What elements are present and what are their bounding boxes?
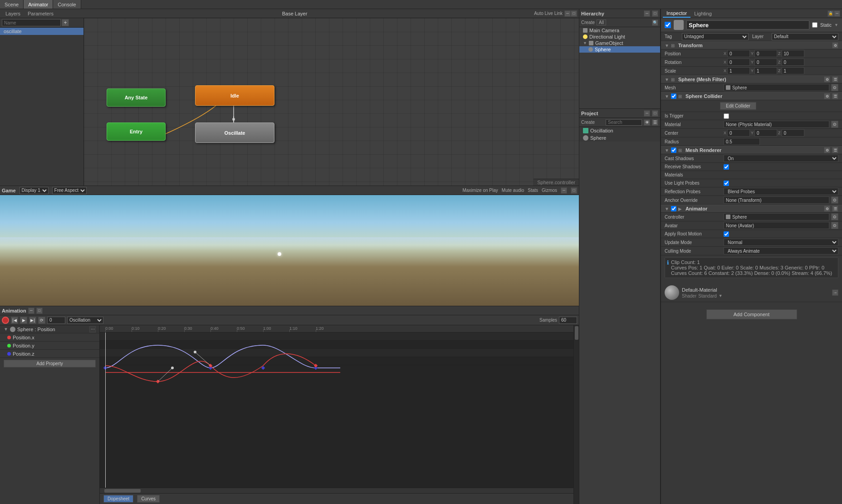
parameters-tab[interactable]: Parameters [24,10,57,17]
animation-tab-label[interactable]: Animation [2,308,26,313]
mute-audio-btn[interactable]: Mute audio [502,188,524,193]
center-z[interactable] [782,129,804,137]
collider-material-select[interactable]: ⊙ [831,121,838,128]
collider-menu[interactable]: ☰ [832,93,838,99]
game-viewport[interactable] [0,195,579,306]
animator-maximize[interactable]: □ [571,10,577,17]
oscillate-node[interactable]: Oscillate [195,122,274,143]
curves-canvas[interactable] [100,333,573,488]
animator-add-btn[interactable]: + [62,19,69,26]
object-name-input[interactable] [686,20,809,29]
play-btn[interactable]: ▶ [20,317,27,324]
layers-tab[interactable]: Layers [2,10,24,17]
animator-comp-settings[interactable]: ⚙ [824,206,830,212]
is-trigger-check[interactable] [724,113,729,119]
rot-x[interactable] [727,59,750,66]
lighting-tab[interactable]: Lighting [690,10,715,17]
rot-y[interactable] [754,59,777,66]
proj-cols-btn[interactable]: ☰ [652,119,658,126]
object-enabled-checkbox[interactable] [665,22,671,28]
samples-input[interactable] [559,317,577,324]
game-tab-label[interactable]: Game [2,188,16,193]
pos-z[interactable] [782,50,804,57]
loop-btn[interactable]: ⟳ [38,317,45,324]
animator-comp-menu[interactable]: ☰ [832,206,838,212]
insp-lock[interactable]: 🔒 [827,10,834,17]
transform-section-header[interactable]: ▼ ⊞ Transform ⚙ [661,41,842,49]
center-y[interactable] [754,129,777,137]
hier-main-camera[interactable]: Main Camera [579,27,660,34]
static-checkbox[interactable] [812,22,818,28]
controller-select-btn[interactable]: ⊙ [831,213,838,220]
stats-btn[interactable]: Stats [528,188,538,193]
insp-minimize[interactable]: ─ [834,10,840,17]
hier-sphere[interactable]: Sphere [579,46,660,53]
avatar-field[interactable]: None (Avatar) [724,222,829,229]
proj-sphere[interactable]: Sphere [579,134,660,142]
anchor-select-btn[interactable]: ⊙ [831,196,838,204]
animator-search-input[interactable] [2,19,61,26]
animator-section-header[interactable]: ▼ ▶ Animator ⚙ ☰ [661,205,842,213]
update-mode-select[interactable]: Normal [724,239,838,246]
animator-minimize[interactable]: ─ [564,10,571,17]
renderer-settings[interactable]: ⚙ [824,147,830,153]
track-group-header[interactable]: ▼ Sphere : Position ⋯ [0,325,99,333]
console-tab[interactable]: Console [53,0,81,9]
hier-dir-light[interactable]: Directional Light [579,34,660,40]
go-end-btn[interactable]: ▶| [29,317,36,324]
anchor-override-field[interactable]: None (Transform) [724,196,829,204]
go-start-btn[interactable]: |◀ [11,317,18,324]
proj-minimize[interactable]: ─ [644,110,650,117]
hier-all-btn[interactable]: All [597,20,606,25]
proj-eye-btn[interactable]: 👁 [644,119,650,126]
time-field[interactable] [47,317,65,324]
scale-x[interactable] [727,67,750,74]
collider-settings[interactable]: ⚙ [824,93,830,99]
display-select[interactable]: Display 1 [20,187,49,194]
sphere-collider-header[interactable]: ▼ ⊞ Sphere Collider ⚙ ☰ [661,92,842,100]
timeline-scroll-v[interactable] [573,325,579,504]
any-state-node[interactable]: Any State [107,88,166,107]
edit-collider-btn[interactable]: Edit Collider [720,102,756,110]
entry-node[interactable]: Entry [107,122,166,141]
hier-maximize[interactable]: □ [652,10,658,17]
hier-search-btn[interactable]: 🔍 [652,20,658,26]
add-component-btn[interactable]: Add Component [706,309,797,319]
animator-graph[interactable]: Any State Entry Idle Oscillate [84,18,579,186]
collider-enabled[interactable] [671,93,676,99]
material-link-btn[interactable]: → [832,289,838,296]
mesh-filter-menu[interactable]: ☰ [832,76,838,83]
anim-minimize[interactable]: ─ [28,308,34,314]
proj-create-btn[interactable]: Create [581,120,595,125]
hier-gameobject[interactable]: ▼ GameObject [579,40,660,46]
cast-shadows-select[interactable]: On [724,155,838,162]
layer-select[interactable]: Default [772,33,838,40]
game-minimize[interactable]: ─ [561,187,567,194]
track-pos-z[interactable]: Position.z [0,350,99,358]
aspect-select[interactable]: Free Aspect [52,187,87,194]
clip-select[interactable]: Oscillation [67,317,103,324]
center-x[interactable] [727,129,750,137]
culling-mode-select[interactable]: Always Animate [724,247,838,254]
gizmos-btn[interactable]: Gizmos [542,188,557,193]
mesh-select-btn[interactable]: ⊙ [831,84,838,91]
shader-dropdown[interactable]: ▼ [719,294,723,298]
track-options-btn[interactable]: ⋯ [89,326,96,333]
auto-live-link-btn[interactable]: Auto Live Link [532,11,564,16]
receive-shadows-check[interactable] [724,164,729,170]
light-probes-check[interactable] [724,181,729,186]
record-button[interactable] [2,317,9,324]
proj-maximize[interactable]: □ [652,110,658,117]
idle-node[interactable]: Idle [195,85,274,106]
dopesheet-btn[interactable]: Dopesheet [103,495,133,503]
static-dropdown-arrow[interactable]: ▼ [834,23,838,27]
pos-x[interactable] [727,50,750,57]
scale-y[interactable] [754,67,777,74]
mesh-filter-settings[interactable]: ⚙ [824,76,830,83]
proj-oscillation[interactable]: Oscillation [579,127,660,134]
mesh-filter-section-header[interactable]: ▼ ⊞ Sphere (Mesh Filter) ⚙ ☰ [661,75,842,83]
track-pos-x[interactable]: Position.x [0,333,99,342]
renderer-menu[interactable]: ☰ [832,147,838,153]
collider-material-field[interactable]: None (Physic Material) [724,121,829,128]
pos-y[interactable] [754,50,777,57]
